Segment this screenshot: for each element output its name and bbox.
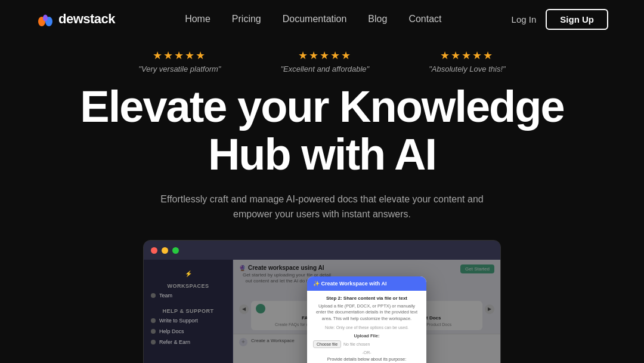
stars-2: ★★★★★ — [298, 49, 352, 62]
nav-links: Home Pricing Documentation Blog Contact — [185, 14, 441, 24]
modal-body: Step 2: Share content via file or text U… — [307, 291, 426, 363]
nav-blog[interactable]: Blog — [368, 14, 387, 24]
browser-bar — [144, 241, 500, 260]
sidebar-item-refer: Refer & Earn — [144, 337, 233, 347]
modal-overlay: ✨ Create Workspace with AI Step 2: Share… — [233, 260, 500, 363]
sidebar-item-write-support: Write to Support — [144, 315, 233, 326]
nav-documentation[interactable]: Documentation — [283, 14, 347, 24]
nav-actions: Log In Sign Up — [512, 9, 608, 30]
modal-or-label: -OR- — [313, 350, 420, 355]
reviews-row: ★★★★★ "Very versatile platform" ★★★★★ "E… — [24, 49, 620, 73]
sidebar-item-help-docs: Help Docs — [144, 326, 233, 337]
signup-button[interactable]: Sign Up — [546, 9, 608, 30]
navbar: dewstack Home Pricing Documentation Blog… — [0, 0, 644, 38]
mock-sidebar: ⚡ Workspaces Team Help & Support Write t… — [144, 260, 233, 363]
hero-heading-line1: Elevate your Knowledge — [80, 82, 564, 131]
hero-subtext: Effortlessly craft and manage AI-powered… — [143, 192, 501, 222]
modal-step-desc: Upload a file (PDF, DOCX, or PPTX) or ma… — [313, 303, 420, 322]
logo-icon — [36, 10, 55, 29]
modal-no-file-text: No file chosen — [343, 342, 370, 346]
hero-heading-line2: Hub with AI — [208, 130, 436, 179]
nav-home[interactable]: Home — [185, 14, 210, 24]
modal-upload-label: Upload File: — [313, 333, 420, 339]
review-item-1: ★★★★★ "Very versatile platform" — [138, 49, 221, 73]
review-item-3: ★★★★★ "Absolutely Love this!" — [429, 49, 505, 73]
review-item-2: ★★★★★ "Excellent and affordable" — [280, 49, 369, 73]
sidebar-section-workspaces: Workspaces — [144, 279, 233, 290]
review-text-3: "Absolutely Love this!" — [429, 64, 505, 73]
review-text-1: "Very versatile platform" — [138, 64, 221, 73]
browser-content: ⚡ Workspaces Team Help & Support Write t… — [144, 260, 500, 363]
create-workspace-modal: ✨ Create Workspace with AI Step 2: Share… — [307, 276, 426, 363]
modal-step-title: Step 2: Share content via file or text — [313, 296, 420, 301]
mock-main-panel: 🔮 Create workspace using AI Get started … — [233, 260, 500, 363]
svg-point-2 — [43, 15, 48, 21]
logo[interactable]: dewstack — [36, 10, 115, 29]
nav-pricing[interactable]: Pricing — [232, 14, 261, 24]
modal-note: Note: Only one of these options can be u… — [313, 325, 420, 330]
stars-1: ★★★★★ — [153, 49, 206, 62]
logo-text: dewstack — [58, 11, 115, 27]
browser-mockup: ⚡ Workspaces Team Help & Support Write t… — [143, 240, 501, 363]
modal-provide-label: Provide details below about its purpose: — [313, 356, 420, 362]
browser-dot-green — [172, 247, 179, 254]
modal-header-text: ✨ Create Workspace with AI — [313, 281, 387, 287]
modal-choose-file-button[interactable]: Choose file — [313, 340, 341, 348]
sidebar-section-help: Help & Support — [144, 304, 233, 315]
hero-section: ★★★★★ "Very versatile platform" ★★★★★ "E… — [0, 38, 644, 363]
stars-3: ★★★★★ — [440, 49, 494, 62]
modal-header: ✨ Create Workspace with AI — [307, 276, 426, 291]
hero-heading: Elevate your Knowledge Hub with AI — [24, 83, 620, 179]
review-text-2: "Excellent and affordable" — [280, 64, 369, 73]
login-button[interactable]: Log In — [512, 14, 537, 24]
nav-contact[interactable]: Contact — [408, 14, 441, 24]
sidebar-item-team: Team — [144, 290, 233, 301]
browser-dot-yellow — [162, 247, 168, 254]
browser-dot-red — [151, 247, 157, 254]
modal-file-row: Choose file No file chosen — [313, 340, 420, 348]
